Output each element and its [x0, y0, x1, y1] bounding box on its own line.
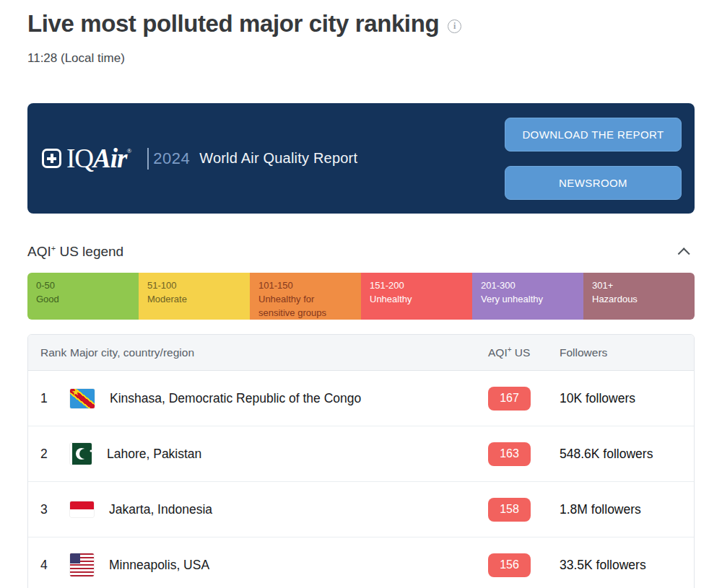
legend-range: 51-100: [147, 278, 241, 292]
city-cell: Lahore, Pakistan: [70, 443, 488, 465]
download-report-button[interactable]: DOWNLOAD THE REPORT: [505, 118, 682, 152]
aqi-cell: 163: [488, 442, 560, 466]
iqair-wordmark: IQAir®: [66, 145, 131, 172]
rank-cell: 4: [28, 558, 70, 573]
aqi-badge: 158: [488, 498, 531, 522]
aqi-cell: 156: [488, 553, 560, 577]
legend-label: Unhealthy: [370, 292, 464, 306]
legend-item: 301+ Hazardous: [583, 273, 695, 320]
legend-label: Hazardous: [592, 292, 686, 306]
legend-label: Very unhealthy: [481, 292, 575, 306]
legend-header: AQI+ US legend: [27, 244, 695, 260]
city-cell: Minneapolis, USA: [70, 553, 488, 576]
rank-cell: 1: [28, 391, 70, 406]
city-name: Jakarta, Indonesia: [109, 502, 212, 517]
city-cell: Jakarta, Indonesia: [70, 501, 488, 517]
flag-pakistan-icon: [70, 443, 92, 465]
table-row[interactable]: 1 Kinshasa, Democratic Republic of the C…: [28, 371, 694, 426]
rank-column-header: Rank: [28, 346, 70, 359]
followers-cell: 548.6K followers: [560, 447, 694, 462]
city-column-header: Major city, country/region: [70, 346, 488, 359]
report-banner[interactable]: IQAir® 2024 World Air Quality Report DOW…: [27, 103, 695, 214]
flag-indonesia-icon: [70, 501, 94, 517]
aqi-legend-bar: 0-50 Good 51-100 Moderate 101-150 Unheal…: [27, 273, 695, 320]
aqi-cell: 158: [488, 498, 560, 522]
city-name: Minneapolis, USA: [109, 558, 209, 573]
report-title: World Air Quality Report: [199, 150, 357, 167]
aqi-badge: 156: [488, 553, 531, 577]
page-header: Live most polluted major city ranking i: [27, 10, 461, 38]
table-row[interactable]: 3 Jakarta, Indonesia 158 1.8M followers: [28, 482, 694, 537]
legend-item: 201-300 Very unhealthy: [472, 273, 583, 320]
rank-cell: 2: [28, 447, 70, 462]
info-icon[interactable]: i: [448, 19, 461, 33]
table-row[interactable]: 4 Minneapolis, USA 156 33.5K followers: [28, 537, 694, 588]
legend-range: 101-150: [258, 278, 352, 292]
legend-item: 51-100 Moderate: [139, 273, 250, 320]
aqi-column-header: AQI+ US: [488, 346, 560, 359]
aqi-cell: 167: [488, 387, 560, 411]
followers-cell: 10K followers: [560, 391, 694, 406]
legend-label: Unhealthy for sensitive groups: [258, 292, 352, 320]
legend-label: Good: [36, 292, 130, 306]
legend-title: AQI+ US legend: [27, 244, 123, 260]
legend-range: 151-200: [370, 278, 464, 292]
newsroom-button[interactable]: NEWSROOM: [505, 166, 682, 200]
banner-branding: IQAir® 2024 World Air Quality Report: [42, 103, 357, 214]
aqi-badge: 163: [488, 442, 531, 466]
city-cell: Kinshasa, Democratic Republic of the Con…: [70, 389, 488, 408]
legend-range: 0-50: [36, 278, 130, 292]
table-header-row: Rank Major city, country/region AQI+ US …: [28, 335, 694, 371]
page-title: Live most polluted major city ranking: [27, 10, 439, 38]
polluted-city-ranking-page: Live most polluted major city ranking i …: [0, 0, 722, 588]
banner-divider: [147, 148, 149, 170]
city-name: Kinshasa, Democratic Republic of the Con…: [110, 391, 361, 406]
ranking-table: Rank Major city, country/region AQI+ US …: [27, 334, 695, 588]
report-year: 2024: [153, 149, 190, 168]
city-name: Lahore, Pakistan: [107, 447, 201, 462]
table-body: 1 Kinshasa, Democratic Republic of the C…: [28, 371, 694, 588]
iqair-plus-logo-icon: [42, 149, 61, 168]
flag-usa-icon: [70, 553, 94, 576]
legend-item: 151-200 Unhealthy: [361, 273, 472, 320]
aqi-badge: 167: [488, 387, 531, 411]
followers-cell: 1.8M followers: [560, 502, 694, 517]
collapse-legend-chevron-icon[interactable]: [678, 247, 690, 260]
legend-item: 0-50 Good: [27, 273, 139, 320]
table-row[interactable]: 2 Lahore, Pakistan 163 548.6K followers: [28, 426, 694, 482]
followers-cell: 33.5K followers: [560, 558, 694, 573]
rank-cell: 3: [28, 502, 70, 517]
flag-democratic-republic-of-the-congo-icon: [70, 389, 95, 408]
followers-column-header: Followers: [560, 346, 694, 359]
local-time: 11:28 (Local time): [27, 51, 125, 66]
legend-item: 101-150 Unhealthy for sensitive groups: [250, 273, 361, 320]
legend-range: 301+: [592, 278, 686, 292]
legend-label: Moderate: [147, 292, 241, 306]
legend-range: 201-300: [481, 278, 575, 292]
